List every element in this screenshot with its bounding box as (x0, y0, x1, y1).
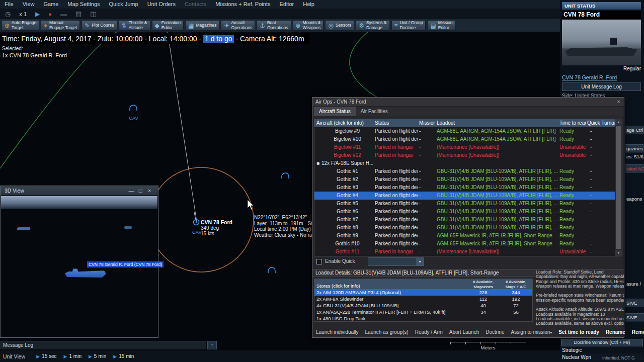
close-icon[interactable]: × (145, 188, 154, 194)
rename-button[interactable]: Rename (606, 329, 625, 335)
mounts-weapons-button[interactable]: ⊗ Mounts &Weapons (293, 20, 324, 31)
store-row[interactable]: 4x GBU-31(V)4/B JDAM [BLU-109A/B] 40 72 (314, 302, 532, 309)
collapse-toggle-icon[interactable]: ■ (314, 159, 321, 167)
plot-course-button[interactable]: ✎ Plot Course (82, 20, 117, 31)
sidebar-button-fragment[interactable]: age Ctrl (625, 126, 644, 134)
aircraft-row[interactable]: Gothic #2 Parked on flight deck - GBU-31… (314, 175, 622, 184)
set-time-to-ready-button[interactable]: Set time to ready (558, 329, 599, 335)
unit-group-doctrine-button[interactable]: ≡ Unit / GroupDoctrine (391, 20, 426, 31)
sidebar-button-fragment[interactable]: SIVE (625, 313, 644, 322)
launch-as-groups-button[interactable]: Launch as group(s) (365, 329, 409, 335)
magazines-button[interactable]: ▦ Magazines (185, 20, 219, 31)
sidebar-button-fragment[interactable]: SIVE (625, 299, 644, 307)
menu-game[interactable]: Game (39, 0, 63, 9)
scrollbar-thumb[interactable] (616, 126, 621, 249)
record-button[interactable]: ● (48, 9, 52, 19)
collapse-toggle-icon[interactable] (314, 143, 321, 151)
time-compression-label[interactable]: x 1 (19, 9, 27, 19)
expand-message-log-button[interactable]: ↑ (207, 341, 217, 349)
scroll-up-icon[interactable]: ▲ (615, 119, 622, 125)
collapse-toggle-icon[interactable] (314, 192, 321, 200)
collapse-toggle-icon[interactable] (314, 208, 321, 216)
menu-map-settings[interactable]: Map Settings (63, 0, 104, 9)
collapse-toggle-icon[interactable] (314, 248, 321, 256)
aircraft-row[interactable]: Gothic #11 Parked in hangar - (Maintenan… (314, 248, 622, 256)
mission-editor-button[interactable]: ▤ MissionEditor (427, 20, 455, 31)
sensors-button[interactable]: ◎ Sensors (325, 20, 354, 31)
collapse-toggle-icon[interactable] (314, 175, 321, 184)
aircraft-row[interactable]: Bigelow #9 Parked on flight deck - AGM-8… (314, 127, 622, 135)
collapse-toggle-icon[interactable] (314, 184, 321, 192)
boat-operations-button[interactable]: ⚓ BoatOperations (257, 20, 291, 31)
friendly-air-unit-symbol[interactable] (268, 267, 275, 273)
step-button[interactable]: ▬ (60, 9, 67, 19)
systems-damage-button[interactable]: ⚙ Systems &Damage (356, 20, 389, 31)
3d-carrier-model[interactable] (65, 268, 106, 278)
doctrine-button[interactable]: Doctrine (486, 329, 504, 335)
friendly-air-unit-symbol[interactable] (130, 105, 137, 111)
menu-editor[interactable]: Editor (275, 0, 298, 9)
ready-arm-button[interactable]: Ready / Arm (415, 329, 443, 335)
store-row[interactable]: 2x AIM-9X Sidewinder 112 192 (314, 296, 532, 302)
collapse-toggle-icon[interactable] (314, 240, 321, 248)
throttle-altitude-button[interactable]: ⇅ Throttle &Altitude (119, 20, 150, 31)
scroll-down-icon[interactable]: ▼ (615, 250, 622, 256)
menu-missions-ref-points[interactable]: Missions + Ref. Points (211, 0, 275, 9)
play-button[interactable]: ▶ (35, 9, 40, 19)
tab-aircraft-status[interactable]: Aircraft Status (314, 107, 356, 116)
friendly-air-unit-symbol[interactable] (282, 173, 289, 178)
aircraft-row[interactable]: Gothic #8 Parked on flight deck - GBU-31… (314, 224, 622, 232)
close-icon[interactable]: × (615, 99, 622, 106)
scrollbar[interactable]: ▲ ▼ (615, 119, 622, 256)
message-log-bar[interactable]: Message Log (0, 341, 206, 349)
speed-5-min[interactable]: ▶ 5 min (89, 353, 106, 359)
collapse-toggle-icon[interactable] (314, 200, 321, 208)
menu-contacts[interactable]: Contacts (180, 0, 211, 9)
aircraft-row[interactable]: Bigelow #11 Parked in hangar - (Maintena… (314, 143, 622, 151)
aircraft-operations-button[interactable]: ✈ AircraftOperations (221, 20, 255, 31)
aircraft-row[interactable]: Gothic #7 Parked on flight deck - GBU-31… (314, 216, 622, 224)
aircraft-row[interactable]: Gothic #4 Parked on flight deck - GBU-31… (314, 192, 622, 200)
collapse-toggle-icon[interactable] (314, 216, 321, 224)
aircraft-row[interactable]: Gothic #10 Parked on flight deck - AGM-6… (314, 240, 622, 248)
minimize-icon[interactable]: — (127, 188, 136, 194)
screenshot-icon[interactable]: ◫ (90, 9, 96, 19)
aircraft-row[interactable]: ■ 12x F/A-18E Super H... (314, 159, 622, 167)
aircraft-row[interactable]: Gothic #9 Parked on flight deck - AGM-65… (314, 232, 622, 240)
sidebar-button-fragment[interactable]: gazines (625, 144, 644, 153)
menu-quick-jump[interactable]: Quick Jump (105, 0, 143, 9)
menu-view[interactable]: View (18, 0, 39, 9)
collapse-toggle-icon[interactable] (314, 135, 321, 143)
store-row[interactable]: 1x AN/ASQ-228 Terminator II ATFLIR [FLIR… (314, 309, 532, 315)
speed-15-min[interactable]: ▶ 15 min (113, 353, 134, 359)
collapse-toggle-icon[interactable] (314, 224, 321, 232)
aircraft-row[interactable]: Gothic #3 Parked on flight deck - GBU-31… (314, 184, 622, 192)
collapse-toggle-icon[interactable] (314, 167, 321, 175)
assign-to-mission-button[interactable]: Assign to mission▾ (511, 329, 552, 335)
aircraft-row[interactable]: Gothic #1 Parked on flight deck - GBU-31… (314, 167, 622, 175)
remove-button[interactable]: Remove (632, 329, 644, 335)
sidebar-button-fragment[interactable]: isted AC (625, 164, 644, 173)
printer-icon[interactable]: ▤ (75, 9, 82, 19)
launch-individually-button[interactable]: Launch individually (316, 329, 359, 335)
speed-15-sec[interactable]: ▶ 15 sec (36, 353, 56, 359)
menu-file[interactable]: File (0, 0, 18, 9)
sidebar-button-fragment[interactable]: asure / (625, 281, 644, 287)
3d-view-titlebar[interactable]: 3D View — □ × (1, 186, 158, 196)
aircraft-row[interactable]: Gothic #6 Parked on flight deck - GBU-31… (314, 208, 622, 216)
manual-engage-target-button[interactable]: ⌖ ManualEngage Target (41, 20, 80, 31)
maximize-icon[interactable]: □ (136, 188, 145, 194)
aircraft-row[interactable]: Bigelow #12 Parked in hangar - (Maintena… (314, 151, 622, 159)
quick-turnaround-dropdown[interactable]: ▾ (368, 257, 424, 266)
collapse-toggle-icon[interactable] (314, 127, 321, 135)
aircraft-row[interactable]: Gothic #5 Parked on flight deck - GBU-31… (314, 200, 622, 208)
store-row[interactable]: 2x AIM-120D AMRAAM P3I.4 (Optional) 226 … (314, 289, 532, 296)
dialog-titlebar[interactable]: Air Ops - CVN 78 Ford (312, 98, 624, 107)
nuclear-wpn-value[interactable]: Inherited. NOT G (602, 355, 635, 360)
store-row[interactable]: 1x 480 USG Drop Tank - - (314, 315, 532, 322)
abort-launch-button[interactable]: Abort Launch (449, 329, 479, 335)
tab-air-facilities[interactable]: Air Facilities (356, 107, 393, 116)
sidebar-button-fragment[interactable]: es: 51/62 (625, 153, 644, 160)
doctrine-window-button[interactable]: Doctrine Window (Ctrl + F9) (561, 339, 643, 346)
aircraft-row[interactable]: Bigelow #10 Parked on flight deck - AGM-… (314, 135, 622, 143)
